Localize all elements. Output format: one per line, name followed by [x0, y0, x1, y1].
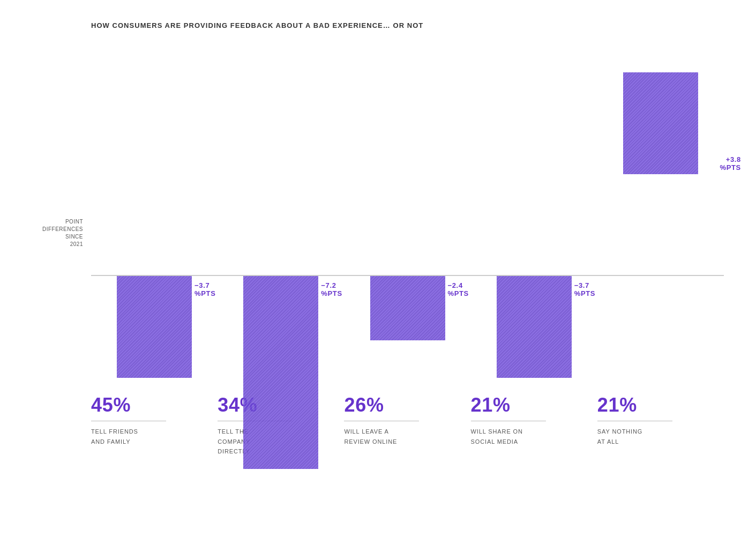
bar-group-social: −3.7%PTS	[497, 174, 572, 276]
pct-label-review: WILL LEAVE AREVIEW ONLINE	[344, 427, 460, 446]
pct-divider-4	[471, 421, 546, 421]
pct-divider-5	[597, 421, 672, 421]
pct-review: 26%	[344, 394, 460, 416]
y-axis-label: POINT DIFFERENCES SINCE 2021	[32, 40, 91, 394]
chart-title-text: HOW CONSUMERS ARE PROVIDING FEEDBACK ABO…	[91, 21, 423, 29]
y-axis-text: POINT	[65, 218, 83, 226]
pct-divider-3	[344, 421, 419, 421]
chart-title: HOW CONSUMERS ARE PROVIDING FEEDBACK ABO…	[91, 21, 724, 29]
bar-label-nothing: +3.8%PTS	[720, 155, 740, 172]
bar-group-tell-friends: −3.7%PTS	[117, 174, 192, 276]
bottom-col-social: 21% WILL SHARE ONSOCIAL MEDIA	[471, 394, 597, 457]
bar-group-nothing: +3.8%PTS	[623, 174, 698, 276]
bar-tell-friends	[117, 276, 192, 378]
pct-nothing: 21%	[597, 394, 713, 416]
pct-divider-1	[91, 421, 166, 421]
bottom-col-review: 26% WILL LEAVE AREVIEW ONLINE	[344, 394, 470, 457]
bottom-col-tell-friends: 45% TELL FRIENDSAND FAMILY	[91, 394, 218, 457]
pct-social: 21%	[471, 394, 587, 416]
pct-label-tell-friends: TELL FRIENDSAND FAMILY	[91, 427, 207, 446]
bar-label-review: −2.4%PTS	[448, 281, 469, 297]
y-axis-text3: SINCE	[65, 233, 83, 241]
bar-group-review: −2.4%PTS	[370, 212, 445, 276]
bar-review	[370, 276, 445, 340]
bar-tell-company	[243, 276, 318, 469]
pct-label-nothing: SAY NOTHINGAT ALL	[597, 427, 713, 446]
y-axis-text2: DIFFERENCES	[42, 226, 83, 233]
bar-label-tell-friends: −3.7%PTS	[194, 281, 215, 297]
bars-area: −3.7%PTS −7.2%PTS −2.4%PTS	[91, 40, 724, 394]
pct-tell-friends: 45%	[91, 394, 207, 416]
y-axis-text4: 2021	[70, 241, 83, 248]
bar-label-social: −3.7%PTS	[574, 281, 595, 297]
zero-line	[91, 275, 724, 276]
bottom-section: 45% TELL FRIENDSAND FAMILY 34% TELL THEC…	[91, 394, 724, 457]
bar-nothing	[623, 72, 698, 174]
bar-group-tell-company: −7.2%PTS	[243, 83, 318, 276]
bottom-col-nothing: 21% SAY NOTHINGAT ALL	[597, 394, 724, 457]
bar-label-tell-company: −7.2%PTS	[321, 281, 342, 297]
chart-container: HOW CONSUMERS ARE PROVIDING FEEDBACK ABO…	[32, 21, 724, 538]
pct-label-social: WILL SHARE ONSOCIAL MEDIA	[471, 427, 587, 446]
bar-social	[497, 276, 572, 378]
